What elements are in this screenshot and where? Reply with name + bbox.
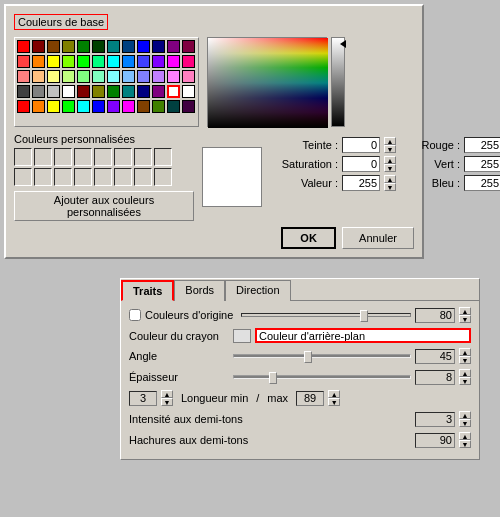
add-custom-colors-button[interactable]: Ajouter aux couleurs personnalisées: [14, 191, 194, 221]
teinte-spinner[interactable]: ▲▼: [384, 137, 396, 153]
color-cell[interactable]: [167, 100, 180, 113]
color-cell[interactable]: [167, 55, 180, 68]
custom-cell[interactable]: [34, 168, 52, 186]
angle-input[interactable]: [415, 349, 455, 364]
couleurs-origine-thumb[interactable]: [360, 310, 368, 322]
teinte-input[interactable]: [342, 137, 380, 153]
epaisseur-spinner[interactable]: ▲▼: [459, 369, 471, 385]
vert-input[interactable]: [464, 156, 500, 172]
couleur-crayon-swatch[interactable]: [233, 329, 251, 343]
color-cell[interactable]: [122, 40, 135, 53]
color-cell[interactable]: [47, 55, 60, 68]
couleurs-origine-spinner[interactable]: ▲▼: [459, 307, 471, 323]
custom-cell[interactable]: [94, 168, 112, 186]
color-cell[interactable]: [32, 85, 45, 98]
valeur-input[interactable]: [342, 175, 380, 191]
custom-cell[interactable]: [74, 168, 92, 186]
custom-cell[interactable]: [154, 168, 172, 186]
hachures-input[interactable]: [415, 433, 455, 448]
color-cell[interactable]: [182, 70, 195, 83]
color-cell[interactable]: [62, 55, 75, 68]
couleur-arriere-plan-input[interactable]: [255, 328, 471, 343]
color-cell[interactable]: [167, 70, 180, 83]
color-cell[interactable]: [122, 70, 135, 83]
longueur-max-spinner[interactable]: ▲▼: [328, 390, 340, 406]
color-cell[interactable]: [17, 100, 30, 113]
color-cell[interactable]: [137, 85, 150, 98]
custom-cell[interactable]: [14, 148, 32, 166]
color-cell[interactable]: [167, 85, 180, 98]
color-cell[interactable]: [152, 70, 165, 83]
color-cell[interactable]: [62, 85, 75, 98]
color-cell[interactable]: [47, 85, 60, 98]
custom-cell[interactable]: [134, 148, 152, 166]
hachures-spinner[interactable]: ▲▼: [459, 432, 471, 448]
color-cell[interactable]: [92, 85, 105, 98]
couleurs-origine-slider[interactable]: [241, 313, 411, 317]
ok-button[interactable]: OK: [281, 227, 336, 249]
color-cell[interactable]: [92, 70, 105, 83]
color-spectrum[interactable]: [207, 37, 327, 127]
custom-cell[interactable]: [94, 148, 112, 166]
custom-cell[interactable]: [54, 168, 72, 186]
color-cell[interactable]: [107, 100, 120, 113]
couleurs-origine-checkbox[interactable]: [129, 309, 141, 321]
color-cell[interactable]: [152, 40, 165, 53]
color-cell[interactable]: [77, 100, 90, 113]
color-cell[interactable]: [107, 85, 120, 98]
color-cell[interactable]: [122, 85, 135, 98]
color-cell[interactable]: [92, 40, 105, 53]
epaisseur-thumb[interactable]: [269, 372, 277, 384]
color-cell[interactable]: [32, 70, 45, 83]
color-cell[interactable]: [137, 40, 150, 53]
rouge-input[interactable]: [464, 137, 500, 153]
couleurs-origine-input[interactable]: [415, 308, 455, 323]
color-cell[interactable]: [107, 70, 120, 83]
cancel-button[interactable]: Annuler: [342, 227, 414, 249]
color-cell[interactable]: [47, 40, 60, 53]
color-cell[interactable]: [32, 100, 45, 113]
color-cell[interactable]: [182, 85, 195, 98]
color-cell[interactable]: [77, 70, 90, 83]
tab-direction[interactable]: Direction: [225, 280, 290, 301]
color-cell[interactable]: [62, 100, 75, 113]
color-cell[interactable]: [152, 85, 165, 98]
color-cell[interactable]: [152, 55, 165, 68]
color-cell[interactable]: [77, 55, 90, 68]
color-cell[interactable]: [182, 40, 195, 53]
longueur-min-spinner[interactable]: ▲▼: [161, 390, 173, 406]
color-cell[interactable]: [137, 70, 150, 83]
epaisseur-input[interactable]: [415, 370, 455, 385]
color-cell[interactable]: [32, 55, 45, 68]
custom-cell[interactable]: [154, 148, 172, 166]
intensite-spinner[interactable]: ▲▼: [459, 411, 471, 427]
color-cell[interactable]: [77, 40, 90, 53]
color-cell[interactable]: [92, 100, 105, 113]
custom-cell[interactable]: [114, 148, 132, 166]
color-cell[interactable]: [92, 55, 105, 68]
color-cell[interactable]: [32, 40, 45, 53]
color-cell[interactable]: [167, 40, 180, 53]
brightness-bar[interactable]: [331, 37, 345, 127]
tab-bords[interactable]: Bords: [174, 280, 225, 301]
angle-slider[interactable]: [233, 354, 411, 358]
color-cell[interactable]: [17, 55, 30, 68]
color-cell[interactable]: [122, 55, 135, 68]
custom-cell[interactable]: [34, 148, 52, 166]
valeur-spinner[interactable]: ▲▼: [384, 175, 396, 191]
color-cell[interactable]: [62, 40, 75, 53]
angle-spinner[interactable]: ▲▼: [459, 348, 471, 364]
color-cell[interactable]: [122, 100, 135, 113]
color-cell[interactable]: [182, 100, 195, 113]
color-cell[interactable]: [17, 85, 30, 98]
color-cell[interactable]: [62, 70, 75, 83]
color-cell[interactable]: [17, 70, 30, 83]
color-cell[interactable]: [47, 70, 60, 83]
color-cell[interactable]: [182, 55, 195, 68]
color-cell[interactable]: [107, 40, 120, 53]
color-cell[interactable]: [137, 100, 150, 113]
color-cell[interactable]: [152, 100, 165, 113]
intensite-input[interactable]: [415, 412, 455, 427]
tab-traits[interactable]: Traits: [121, 280, 174, 301]
custom-cell[interactable]: [114, 168, 132, 186]
